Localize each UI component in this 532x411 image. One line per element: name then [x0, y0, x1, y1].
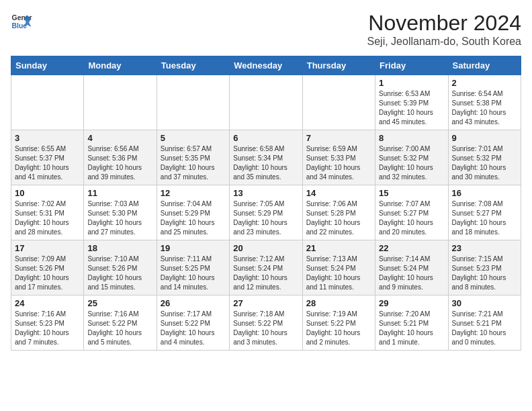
day-number: 2 — [452, 78, 517, 88]
day-number: 29 — [379, 298, 444, 308]
day-number: 6 — [233, 133, 298, 143]
calendar-cell — [11, 75, 84, 130]
calendar-cell: 26Sunrise: 7:17 AM Sunset: 5:22 PM Dayli… — [157, 295, 229, 351]
month-title: November 2024 — [367, 11, 521, 36]
calendar-cell: 15Sunrise: 7:07 AM Sunset: 5:27 PM Dayli… — [375, 185, 448, 240]
calendar-cell: 9Sunrise: 7:01 AM Sunset: 5:32 PM Daylig… — [448, 130, 521, 185]
calendar-cell — [302, 75, 375, 130]
calendar-cell — [230, 75, 302, 130]
day-number: 26 — [161, 298, 226, 308]
calendar-cell: 16Sunrise: 7:08 AM Sunset: 5:27 PM Dayli… — [448, 185, 521, 240]
calendar-cell: 29Sunrise: 7:20 AM Sunset: 5:21 PM Dayli… — [375, 295, 448, 351]
day-number: 3 — [15, 133, 80, 143]
day-info: Sunrise: 6:54 AM Sunset: 5:38 PM Dayligh… — [452, 89, 517, 127]
calendar-cell: 23Sunrise: 7:15 AM Sunset: 5:23 PM Dayli… — [448, 240, 521, 295]
calendar-cell: 24Sunrise: 7:16 AM Sunset: 5:23 PM Dayli… — [11, 295, 84, 351]
calendar-cell — [84, 75, 157, 130]
calendar-cell: 25Sunrise: 7:16 AM Sunset: 5:22 PM Dayli… — [84, 295, 157, 351]
calendar-cell: 14Sunrise: 7:06 AM Sunset: 5:28 PM Dayli… — [302, 185, 375, 240]
calendar-cell: 12Sunrise: 7:04 AM Sunset: 5:29 PM Dayli… — [157, 185, 229, 240]
week-row-4: 24Sunrise: 7:16 AM Sunset: 5:23 PM Dayli… — [11, 295, 521, 351]
day-info: Sunrise: 7:14 AM Sunset: 5:24 PM Dayligh… — [379, 255, 444, 292]
calendar-table: SundayMondayTuesdayWednesdayThursdayFrid… — [11, 56, 521, 351]
svg-text:Blue: Blue — [12, 22, 28, 30]
day-info: Sunrise: 6:58 AM Sunset: 5:34 PM Dayligh… — [233, 144, 298, 182]
calendar-cell: 30Sunrise: 7:21 AM Sunset: 5:21 PM Dayli… — [448, 295, 521, 351]
day-info: Sunrise: 6:59 AM Sunset: 5:33 PM Dayligh… — [306, 144, 371, 182]
day-info: Sunrise: 6:57 AM Sunset: 5:35 PM Dayligh… — [161, 144, 226, 182]
day-number: 22 — [379, 243, 444, 253]
day-number: 13 — [233, 188, 298, 198]
calendar-cell: 19Sunrise: 7:11 AM Sunset: 5:25 PM Dayli… — [157, 240, 229, 295]
week-row-1: 3Sunrise: 6:55 AM Sunset: 5:37 PM Daylig… — [11, 130, 521, 185]
day-info: Sunrise: 7:19 AM Sunset: 5:22 PM Dayligh… — [306, 310, 371, 347]
day-info: Sunrise: 7:00 AM Sunset: 5:32 PM Dayligh… — [379, 144, 444, 182]
day-number: 27 — [233, 298, 298, 308]
day-info: Sunrise: 7:01 AM Sunset: 5:32 PM Dayligh… — [452, 144, 517, 182]
day-number: 28 — [306, 298, 371, 308]
day-number: 12 — [161, 188, 226, 198]
day-info: Sunrise: 7:15 AM Sunset: 5:23 PM Dayligh… — [452, 255, 517, 292]
calendar-cell: 10Sunrise: 7:02 AM Sunset: 5:31 PM Dayli… — [11, 185, 84, 240]
calendar-cell: 5Sunrise: 6:57 AM Sunset: 5:35 PM Daylig… — [157, 130, 229, 185]
day-number: 20 — [233, 243, 298, 253]
day-number: 9 — [452, 133, 517, 143]
calendar-cell: 27Sunrise: 7:18 AM Sunset: 5:22 PM Dayli… — [230, 295, 302, 351]
day-info: Sunrise: 7:03 AM Sunset: 5:30 PM Dayligh… — [87, 199, 152, 237]
day-info: Sunrise: 7:11 AM Sunset: 5:25 PM Dayligh… — [161, 255, 226, 292]
logo: General Blue — [11, 11, 32, 32]
day-info: Sunrise: 6:53 AM Sunset: 5:39 PM Dayligh… — [379, 89, 444, 127]
weekday-header-sunday: Sunday — [11, 56, 84, 75]
day-info: Sunrise: 7:10 AM Sunset: 5:26 PM Dayligh… — [87, 255, 152, 292]
page-header: General Blue November 2024 Seji, Jeollan… — [11, 11, 521, 48]
week-row-2: 10Sunrise: 7:02 AM Sunset: 5:31 PM Dayli… — [11, 185, 521, 240]
calendar-cell: 18Sunrise: 7:10 AM Sunset: 5:26 PM Dayli… — [84, 240, 157, 295]
calendar-cell: 13Sunrise: 7:05 AM Sunset: 5:29 PM Dayli… — [230, 185, 302, 240]
day-info: Sunrise: 7:06 AM Sunset: 5:28 PM Dayligh… — [306, 199, 371, 237]
day-info: Sunrise: 7:17 AM Sunset: 5:22 PM Dayligh… — [161, 310, 226, 347]
day-number: 30 — [452, 298, 517, 308]
day-number: 17 — [15, 243, 80, 253]
calendar-cell: 11Sunrise: 7:03 AM Sunset: 5:30 PM Dayli… — [84, 185, 157, 240]
day-number: 14 — [306, 188, 371, 198]
title-block: November 2024 Seji, Jeollanam-do, South … — [367, 11, 521, 48]
calendar-cell: 6Sunrise: 6:58 AM Sunset: 5:34 PM Daylig… — [230, 130, 302, 185]
day-number: 18 — [87, 243, 152, 253]
day-number: 11 — [87, 188, 152, 198]
day-info: Sunrise: 7:21 AM Sunset: 5:21 PM Dayligh… — [452, 310, 517, 347]
day-info: Sunrise: 7:16 AM Sunset: 5:23 PM Dayligh… — [15, 310, 80, 347]
day-info: Sunrise: 7:16 AM Sunset: 5:22 PM Dayligh… — [87, 310, 152, 347]
day-number: 16 — [452, 188, 517, 198]
weekday-header-friday: Friday — [375, 56, 448, 75]
day-info: Sunrise: 7:13 AM Sunset: 5:24 PM Dayligh… — [306, 255, 371, 292]
day-number: 7 — [306, 133, 371, 143]
day-number: 10 — [15, 188, 80, 198]
weekday-header-row: SundayMondayTuesdayWednesdayThursdayFrid… — [11, 56, 521, 75]
day-number: 21 — [306, 243, 371, 253]
location-title: Seji, Jeollanam-do, South Korea — [367, 36, 521, 48]
calendar-cell — [157, 75, 229, 130]
calendar-cell: 20Sunrise: 7:12 AM Sunset: 5:24 PM Dayli… — [230, 240, 302, 295]
day-info: Sunrise: 7:07 AM Sunset: 5:27 PM Dayligh… — [379, 199, 444, 237]
weekday-header-thursday: Thursday — [302, 56, 375, 75]
calendar-cell: 22Sunrise: 7:14 AM Sunset: 5:24 PM Dayli… — [375, 240, 448, 295]
day-number: 1 — [379, 78, 444, 88]
calendar-cell: 17Sunrise: 7:09 AM Sunset: 5:26 PM Dayli… — [11, 240, 84, 295]
day-number: 23 — [452, 243, 517, 253]
calendar-cell: 1Sunrise: 6:53 AM Sunset: 5:39 PM Daylig… — [375, 75, 448, 130]
calendar-cell: 4Sunrise: 6:56 AM Sunset: 5:36 PM Daylig… — [84, 130, 157, 185]
day-number: 25 — [87, 298, 152, 308]
week-row-3: 17Sunrise: 7:09 AM Sunset: 5:26 PM Dayli… — [11, 240, 521, 295]
day-number: 19 — [161, 243, 226, 253]
day-info: Sunrise: 6:55 AM Sunset: 5:37 PM Dayligh… — [15, 144, 80, 182]
day-info: Sunrise: 6:56 AM Sunset: 5:36 PM Dayligh… — [87, 144, 152, 182]
day-info: Sunrise: 7:02 AM Sunset: 5:31 PM Dayligh… — [15, 199, 80, 237]
week-row-0: 1Sunrise: 6:53 AM Sunset: 5:39 PM Daylig… — [11, 75, 521, 130]
calendar-cell: 21Sunrise: 7:13 AM Sunset: 5:24 PM Dayli… — [302, 240, 375, 295]
logo-icon: General Blue — [11, 11, 32, 32]
day-info: Sunrise: 7:09 AM Sunset: 5:26 PM Dayligh… — [15, 255, 80, 292]
day-info: Sunrise: 7:18 AM Sunset: 5:22 PM Dayligh… — [233, 310, 298, 347]
calendar-cell: 28Sunrise: 7:19 AM Sunset: 5:22 PM Dayli… — [302, 295, 375, 351]
day-number: 15 — [379, 188, 444, 198]
calendar-cell: 2Sunrise: 6:54 AM Sunset: 5:38 PM Daylig… — [448, 75, 521, 130]
